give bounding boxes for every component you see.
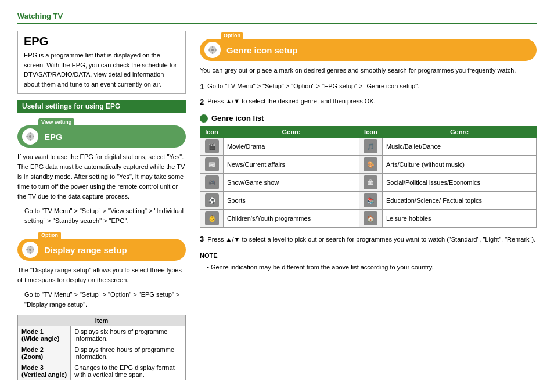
display-range-icon — [22, 242, 38, 258]
genre-bullet — [200, 114, 208, 123]
note-item: Genre indication may be different from t… — [207, 262, 537, 272]
mode-table-row: Mode 3(Vertical angle) Changes to the EP… — [18, 362, 186, 380]
option-tag-display: Option — [38, 232, 61, 239]
step-item: 2Press ▲/▼ to select the desired genre, … — [200, 96, 537, 108]
genre-icon2: 🎵 — [359, 138, 382, 156]
genre-table-row: 🎮 Show/Game show 🏛 Social/Political issu… — [200, 174, 537, 192]
genre-icon1: ⚽ — [200, 192, 224, 210]
genre-name1: Sports — [224, 192, 359, 210]
genre-name1: Children's/Youth programmes — [224, 210, 359, 228]
display-range-banner: Option Display range setup — [17, 231, 186, 261]
genre-intro: You can grey out or place a mark on desi… — [200, 66, 537, 75]
mode-label: Mode 1(Wide angle) — [18, 326, 71, 344]
genre-name1: Show/Game show — [224, 174, 359, 192]
genre-name1: Movie/Drama — [224, 138, 359, 156]
view-setting-banner: View setting EPG — [17, 117, 186, 148]
genre-icon2: 🏠 — [359, 210, 382, 228]
mode-desc: Displays six hours of programme informat… — [71, 326, 186, 344]
genre-name2: Education/Science/ Factual topics — [382, 192, 536, 210]
genre-icon-list-title: Genre icon list — [211, 114, 264, 123]
genre-name2: Arts/Culture (without music) — [382, 156, 536, 174]
view-setting-icon — [22, 128, 38, 145]
genre-icon1: 👶 — [200, 210, 224, 228]
display-range-body: The "Display range setup" allows you to … — [17, 265, 186, 285]
genre-name2: Social/Political issues/Economics — [382, 174, 536, 192]
mode-table-header: Item — [18, 315, 186, 326]
display-range-title: Display range setup — [44, 245, 127, 255]
genre-table-row: ⚽ Sports 📚 Education/Science/ Factual to… — [200, 192, 537, 210]
display-range-indent: Go to "TV Menu" > "Setup" > "Option" > "… — [24, 290, 186, 310]
genre-table: IconGenreIconGenre 🎬 Movie/Drama 🎵 Music… — [200, 126, 537, 228]
genre-name2: Music/Ballet/Dance — [382, 138, 536, 156]
genre-icon2: 📚 — [359, 192, 382, 210]
genre-table-row: 👶 Children's/Youth programmes 🏠 Leisure … — [200, 210, 537, 228]
genre-table-row: 🎬 Movie/Drama 🎵 Music/Ballet/Dance — [200, 138, 537, 156]
genre-icon-setup-title: Genre icon setup — [226, 45, 298, 55]
view-setting-indent: Go to "TV Menu" > "Setup" > "View settin… — [24, 206, 186, 226]
genre-name2: Leisure hobbies — [382, 210, 536, 228]
genre-col-header: Genre — [382, 127, 536, 138]
genre-icon1: 🎮 — [200, 174, 224, 192]
epg-box: EPG EPG is a programme list that is disp… — [17, 31, 186, 94]
mode-desc: Displays three hours of programme inform… — [71, 344, 186, 362]
genre-icon2: 🏛 — [359, 174, 382, 192]
genre-icon1: 🎬 — [200, 138, 224, 156]
note-list: Genre indication may be different from t… — [200, 262, 537, 272]
mode-table-row: Mode 1(Wide angle) Displays six hours of… — [18, 326, 186, 344]
steps-list: 1Go to "TV Menu" > "Setup" > "Option" > … — [200, 81, 537, 108]
genre-col-header: Genre — [224, 127, 359, 138]
view-setting-title: EPG — [44, 132, 63, 142]
view-setting-tag: View setting — [38, 118, 74, 125]
genre-name1: News/Current affairs — [224, 156, 359, 174]
mode-label: Mode 2(Zoom) — [18, 344, 71, 362]
genre-table-row: 📰 News/Current affairs 🎨 Arts/Culture (w… — [200, 156, 537, 174]
watching-tv-header: Watching TV — [17, 12, 537, 24]
epg-body: EPG is a programme list that is displaye… — [24, 51, 179, 89]
view-setting-body: If you want to use the EPG for digital s… — [17, 152, 186, 202]
step-item: 1Go to "TV Menu" > "Setup" > "Option" > … — [200, 81, 537, 93]
useful-settings-header: Useful settings for using EPG — [17, 100, 186, 113]
note-label: NOTE — [200, 251, 537, 261]
genre-icon1: 📰 — [200, 156, 224, 174]
genre-icon2: 🎨 — [359, 156, 382, 174]
note-section: NOTE Genre indication may be different f… — [200, 251, 537, 272]
mode-label: Mode 3(Vertical angle) — [18, 362, 71, 380]
mode-table: Item Mode 1(Wide angle) Displays six hou… — [17, 315, 186, 380]
genre-col-header: Icon — [200, 127, 224, 138]
mode-table-row: Mode 2(Zoom) Displays three hours of pro… — [18, 344, 186, 362]
step3: 3 Press ▲/▼ to select a level to pick ou… — [200, 233, 537, 245]
genre-col-header: Icon — [359, 127, 382, 138]
option-tag-genre: Option — [221, 32, 243, 39]
epg-title: EPG — [24, 35, 179, 48]
genre-icon-setup-icon — [204, 42, 221, 58]
mode-desc: Changes to the EPG display format with a… — [71, 362, 186, 380]
genre-icon-setup-banner: Option Genre icon setup — [200, 31, 537, 61]
genre-icon-list-header: Genre icon list — [200, 114, 537, 123]
